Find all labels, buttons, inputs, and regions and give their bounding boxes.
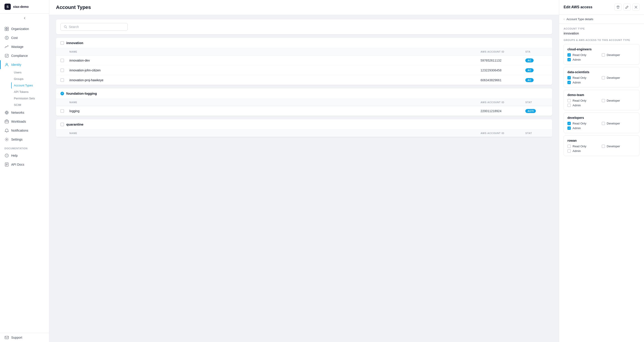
close-button[interactable] — [632, 3, 640, 11]
sidebar-item-help[interactable]: ? Help — [0, 151, 49, 160]
col-name: NAME — [70, 101, 480, 104]
row-checkbox[interactable] — [60, 59, 64, 62]
perm-label: Read Only — [572, 99, 586, 102]
row-status: AC — [525, 78, 548, 82]
sidebar-item-label: Organization — [11, 27, 29, 31]
perm-checkbox-ro[interactable] — [568, 145, 571, 148]
table-row[interactable]: innovation-dev 597652611132 AC — [56, 55, 552, 65]
perm-label: Admin — [572, 58, 581, 61]
api-docs-icon — [4, 162, 9, 167]
app-logo: S stax-demo — [0, 0, 49, 14]
table-row[interactable]: logging 220011218924 ACTI — [56, 106, 552, 116]
org-icon — [4, 27, 9, 31]
row-checkbox[interactable] — [60, 68, 64, 72]
subnav-groups[interactable]: Groups — [11, 76, 49, 82]
perm-checkbox-ro[interactable] — [568, 76, 571, 79]
perm-label: Developer — [607, 53, 620, 57]
perm-checkbox-admin[interactable] — [568, 126, 571, 130]
identity-subnav: Users Groups Account Types API Tokens Pe… — [0, 69, 49, 108]
sidebar-item-networks[interactable]: Networks — [0, 108, 49, 117]
perm-checkbox-ro[interactable] — [568, 53, 571, 57]
subnav-scim[interactable]: SCIM — [11, 102, 49, 108]
perm-checkbox-dev[interactable] — [602, 122, 605, 125]
right-panel: Edit AWS access ‹ Accoun — [559, 0, 644, 342]
subnav-users[interactable]: Users — [11, 69, 49, 76]
search-bar — [56, 19, 552, 34]
table-row[interactable]: innovation-john-citizen 123229306458 AC — [56, 65, 552, 75]
perm-label: Read Only — [572, 145, 586, 148]
table-row[interactable]: innovation-proj-hawkeye 606343829661 AC — [56, 75, 552, 85]
perm-checkbox-dev[interactable] — [602, 145, 605, 148]
sidebar-item-label: Support — [11, 336, 22, 339]
perm-checkbox-admin[interactable] — [568, 81, 571, 84]
app-name: stax-demo — [13, 5, 29, 8]
permission-developer: Developer — [602, 76, 636, 79]
col-aws-id: AWS ACCOUNT ID — [480, 132, 525, 134]
edit-button[interactable] — [624, 3, 630, 11]
group-card-name: demo-team — [568, 93, 636, 97]
subnav-permission-sets[interactable]: Permission Sets — [11, 95, 49, 102]
cost-icon: $ — [4, 35, 9, 40]
group-header-quarantine: quarantine — [56, 119, 552, 130]
svg-rect-3 — [7, 29, 8, 31]
sidebar-item-workloads[interactable]: Workloads — [0, 117, 49, 126]
identity-icon — [4, 62, 9, 67]
perm-label: Developer — [607, 99, 620, 102]
edit-icon — [626, 5, 628, 9]
collapse-button[interactable] — [0, 14, 49, 22]
group-permissions: Read Only Developer Admin — [568, 122, 636, 130]
sidebar-item-identity[interactable]: Identity — [0, 60, 49, 69]
sidebar-item-cost[interactable]: $ Cost — [0, 33, 49, 42]
sidebar-item-settings[interactable]: Settings — [0, 135, 49, 144]
permission-developer: Developer — [602, 99, 636, 102]
svg-point-9 — [6, 112, 8, 113]
row-checkbox[interactable] — [60, 109, 64, 113]
group-checkbox-innovation[interactable] — [60, 41, 64, 45]
group-header-innovation: innovation — [56, 38, 552, 48]
sidebar-item-api-docs[interactable]: API Docs — [0, 160, 49, 169]
perm-label: Read Only — [572, 53, 586, 57]
panel-breadcrumb[interactable]: ‹ Account Type details — [559, 14, 644, 24]
perm-checkbox-dev[interactable] — [602, 53, 605, 57]
group-card-name: developers — [568, 116, 636, 119]
group-card-name: rowan — [568, 139, 636, 142]
perm-checkbox-ro[interactable] — [568, 99, 571, 102]
subnav-account-types[interactable]: Account Types — [11, 82, 49, 89]
perm-checkbox-admin[interactable] — [568, 58, 571, 61]
svg-rect-23 — [5, 336, 8, 339]
permission-admin: Admin — [568, 149, 602, 153]
groups-section-label: GROUPS & AWS ACCESS TO THIS ACCOUNT TYPE — [564, 39, 640, 41]
perm-label: Developer — [607, 122, 620, 125]
group-permissions: Read Only Developer Admin — [568, 76, 636, 84]
row-name: innovation-dev — [70, 59, 480, 62]
sidebar-item-notifications[interactable]: Notifications — [0, 126, 49, 135]
sidebar-item-wastage[interactable]: Wastage — [0, 42, 49, 51]
perm-checkbox-dev[interactable] — [602, 76, 605, 79]
search-input[interactable] — [69, 25, 124, 29]
group-checkbox-quarantine[interactable] — [60, 123, 64, 126]
perm-checkbox-ro[interactable] — [568, 122, 571, 125]
row-status: AC — [525, 68, 548, 72]
groups-section: GROUPS & AWS ACCESS TO THIS ACCOUNT TYPE… — [559, 39, 644, 162]
group-checkbox-foundation-logging[interactable] — [60, 92, 64, 95]
row-checkbox[interactable] — [60, 78, 64, 82]
group-name-foundation-logging: foundation-logging — [66, 91, 97, 95]
svg-rect-14 — [5, 120, 8, 123]
subnav-api-tokens[interactable]: API Tokens — [11, 89, 49, 95]
sidebar-item-organization[interactable]: Organization — [0, 24, 49, 33]
svg-text:?: ? — [6, 154, 8, 157]
group-permissions: Read Only Developer Admin — [568, 99, 636, 107]
search-input-wrapper[interactable] — [60, 23, 128, 31]
breadcrumb-text: Account Type details — [566, 17, 594, 21]
permission-admin: Admin — [568, 58, 602, 61]
sidebar-item-compliance[interactable]: Compliance — [0, 51, 49, 60]
perm-label: Read Only — [572, 122, 586, 125]
perm-label: Admin — [572, 81, 581, 84]
delete-button[interactable] — [614, 3, 622, 11]
perm-checkbox-admin[interactable] — [568, 104, 571, 107]
sidebar-item-support[interactable]: Support — [0, 333, 49, 342]
perm-checkbox-admin[interactable] — [568, 149, 571, 153]
row-aws-id: 606343829661 — [480, 78, 525, 82]
perm-checkbox-dev[interactable] — [602, 99, 605, 102]
group-card-name: cloud-engineers — [568, 47, 636, 51]
